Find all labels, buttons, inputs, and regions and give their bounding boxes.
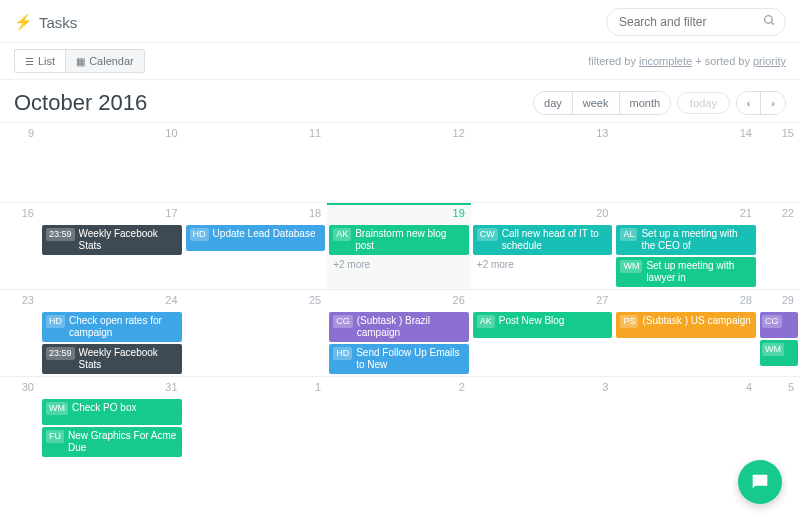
calendar-cell[interactable]: 5 [758, 376, 800, 459]
svg-line-1 [771, 22, 774, 25]
day-number: 27 [596, 294, 608, 306]
view-switch: ☰List ▦Calendar [14, 49, 145, 73]
search-input[interactable] [606, 8, 786, 36]
calendar-cell[interactable]: 28PS(Subtask ) US campaign [614, 289, 758, 376]
day-number: 14 [740, 127, 752, 139]
calendar-cell[interactable]: 14 [614, 122, 758, 202]
calendar-cell[interactable]: 2 [327, 376, 471, 459]
list-icon: ☰ [25, 56, 34, 67]
calendar-cell[interactable]: 29CGA tWM( [758, 289, 800, 376]
event-chip[interactable]: 23:59Weekly Facebook Stats [42, 344, 182, 374]
calendar-cell[interactable]: 26CG(Subtask ) Brazil campaignHDSend Fol… [327, 289, 471, 376]
event-chip[interactable]: HDUpdate Lead Database [186, 225, 326, 251]
event-chip[interactable]: PS(Subtask ) US campaign [616, 312, 756, 338]
list-view-button[interactable]: ☰List [14, 49, 65, 73]
search-wrap [606, 8, 786, 36]
more-events[interactable]: +2 more [329, 257, 469, 272]
day-number: 11 [309, 127, 321, 139]
filter-summary[interactable]: filtered by incomplete + sorted by prior… [588, 55, 786, 67]
range-month-button[interactable]: month [620, 92, 671, 114]
calendar-cell[interactable]: 11 [184, 122, 328, 202]
calendar-cell[interactable]: 12 [327, 122, 471, 202]
more-events[interactable]: +2 more [473, 257, 613, 272]
calendar-view-button[interactable]: ▦Calendar [65, 49, 145, 73]
day-number: 20 [596, 207, 608, 219]
calendar-cell[interactable]: 18HDUpdate Lead Database [184, 202, 328, 289]
event-chip[interactable]: WMCheck PO box [42, 399, 182, 425]
event-text: Set up meeting with lawyer in [646, 260, 752, 284]
event-chip[interactable]: CGA t [760, 312, 798, 338]
chat-fab[interactable] [738, 460, 782, 504]
calendar-cell[interactable]: 23 [0, 289, 40, 376]
day-number: 3 [602, 381, 608, 393]
event-chip[interactable]: HDCheck open rates for campaign [42, 312, 182, 342]
range-group: day week month [533, 91, 671, 115]
event-text: Brainstorm new blog post [355, 228, 465, 252]
calendar-cell[interactable]: 25 [184, 289, 328, 376]
event-text: Set up a meeting with the CEO of [641, 228, 752, 252]
event-badge: PS [620, 315, 638, 328]
calendar-grid: 9101112131415161723:59Weekly Facebook St… [0, 122, 800, 459]
page-title: Tasks [39, 14, 77, 31]
event-chip[interactable]: CWCall new head of IT to schedule [473, 225, 613, 255]
bolt-icon: ⚡ [14, 13, 33, 31]
calendar-cell[interactable]: 3 [471, 376, 615, 459]
calendar-cell[interactable]: 22 [758, 202, 800, 289]
today-button[interactable]: today [677, 92, 730, 114]
event-text: Update Lead Database [213, 228, 316, 240]
day-number: 19 [453, 207, 465, 219]
event-badge: WM [46, 402, 68, 415]
event-badge: AL [620, 228, 637, 241]
event-chip[interactable]: AKBrainstorm new blog post [329, 225, 469, 255]
calendar-cell[interactable]: 10 [40, 122, 184, 202]
day-number: 25 [309, 294, 321, 306]
event-chip[interactable]: AKPost New Blog [473, 312, 613, 338]
day-number: 13 [596, 127, 608, 139]
nav-group: ‹ › [736, 91, 786, 115]
calendar-cell[interactable]: 1723:59Weekly Facebook Stats [40, 202, 184, 289]
event-badge: AK [477, 315, 495, 328]
day-number: 29 [782, 294, 794, 306]
event-chip[interactable]: 23:59Weekly Facebook Stats [42, 225, 182, 255]
event-chip[interactable]: HDSend Follow Up Emails to New [329, 344, 469, 374]
event-text: Weekly Facebook Stats [79, 347, 178, 371]
day-number: 23 [22, 294, 34, 306]
calendar-cell[interactable]: 24HDCheck open rates for campaign23:59We… [40, 289, 184, 376]
event-chip[interactable]: WMSet up meeting with lawyer in [616, 257, 756, 287]
event-badge: HD [46, 315, 65, 328]
range-week-button[interactable]: week [573, 92, 620, 114]
event-text: (Subtask ) Brazil campaign [357, 315, 465, 339]
day-number: 26 [453, 294, 465, 306]
event-badge: 23:59 [46, 347, 75, 360]
day-number: 24 [165, 294, 177, 306]
event-chip[interactable]: WM( [760, 340, 798, 366]
event-chip[interactable]: FUNew Graphics For Acme Due [42, 427, 182, 457]
day-number: 18 [309, 207, 321, 219]
calendar-cell[interactable]: 1 [184, 376, 328, 459]
calendar-cell[interactable]: 20CWCall new head of IT to schedule+2 mo… [471, 202, 615, 289]
calendar-cell[interactable]: 19AKBrainstorm new blog post+2 more [327, 202, 471, 289]
calendar-icon: ▦ [76, 56, 85, 67]
svg-point-0 [765, 16, 773, 24]
day-number: 2 [459, 381, 465, 393]
calendar-cell[interactable]: 31WMCheck PO boxFUNew Graphics For Acme … [40, 376, 184, 459]
prev-button[interactable]: ‹ [737, 92, 761, 114]
calendar-cell[interactable]: 4 [614, 376, 758, 459]
chat-icon [749, 471, 771, 493]
event-badge: CG [333, 315, 353, 328]
calendar-cell[interactable]: 21ALSet up a meeting with the CEO ofWMSe… [614, 202, 758, 289]
range-day-button[interactable]: day [534, 92, 573, 114]
calendar-cell[interactable]: 15 [758, 122, 800, 202]
event-chip[interactable]: CG(Subtask ) Brazil campaign [329, 312, 469, 342]
search-icon[interactable] [763, 14, 776, 30]
day-number: 5 [788, 381, 794, 393]
calendar-cell[interactable]: 30 [0, 376, 40, 459]
calendar-cell[interactable]: 9 [0, 122, 40, 202]
next-button[interactable]: › [761, 92, 785, 114]
event-chip[interactable]: ALSet up a meeting with the CEO of [616, 225, 756, 255]
event-badge: HD [190, 228, 209, 241]
calendar-cell[interactable]: 13 [471, 122, 615, 202]
calendar-cell[interactable]: 27AKPost New Blog [471, 289, 615, 376]
calendar-cell[interactable]: 16 [0, 202, 40, 289]
event-text: Check open rates for campaign [69, 315, 178, 339]
